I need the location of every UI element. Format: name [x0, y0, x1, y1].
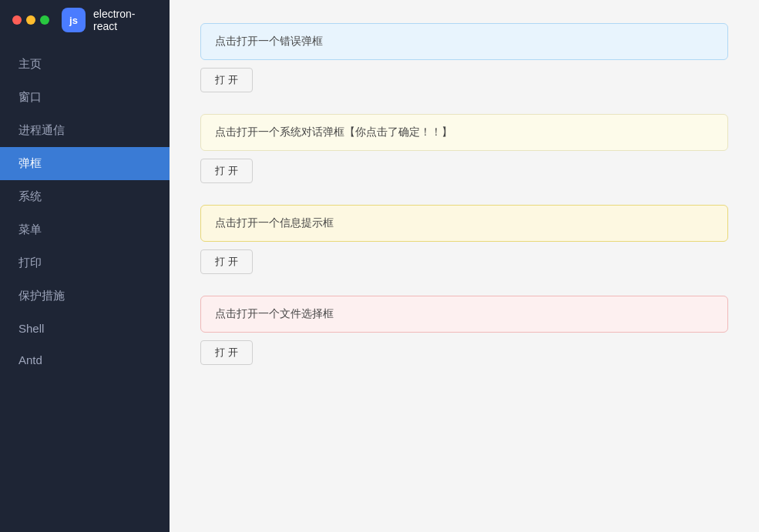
close-button[interactable] [12, 15, 22, 25]
sidebar-item-shell[interactable]: Shell [0, 313, 170, 344]
sidebar-item-system[interactable]: 系统 [0, 180, 170, 213]
file-dialog-display: 点击打开一个文件选择框 [200, 296, 728, 333]
traffic-lights [12, 15, 49, 25]
app-icon: js [62, 8, 86, 32]
error-dialog-section: 点击打开一个错误弹框 打 开 [200, 23, 728, 99]
sidebar-item-menu[interactable]: 菜单 [0, 213, 170, 246]
sidebar-item-home[interactable]: 主页 [0, 48, 170, 81]
sidebar-item-security[interactable]: 保护措施 [0, 279, 170, 313]
sidebar-item-window[interactable]: 窗口 [0, 81, 170, 114]
nav-list: 主页 窗口 进程通信 弹框 系统 菜单 打印 保护措施 Shell Antd [0, 40, 170, 532]
error-dialog-display: 点击打开一个错误弹框 [200, 23, 728, 60]
error-dialog-open-button[interactable]: 打 开 [200, 68, 253, 92]
main-content: 点击打开一个错误弹框 打 开 点击打开一个系统对话弹框【你点击了确定！！】 打 … [170, 0, 759, 532]
file-dialog-section: 点击打开一个文件选择框 打 开 [200, 296, 728, 371]
system-dialog-section: 点击打开一个系统对话弹框【你点击了确定！！】 打 开 [200, 114, 728, 189]
sidebar-item-print[interactable]: 打印 [0, 246, 170, 279]
sidebar: js electron-react 主页 窗口 进程通信 弹框 系统 菜单 打印… [0, 0, 170, 532]
maximize-button[interactable] [40, 15, 49, 25]
sidebar-item-ipc[interactable]: 进程通信 [0, 114, 170, 147]
sidebar-item-antd[interactable]: Antd [0, 344, 170, 376]
info-dialog-open-button[interactable]: 打 开 [200, 249, 253, 274]
info-dialog-display: 点击打开一个信息提示框 [200, 205, 728, 242]
info-dialog-section: 点击打开一个信息提示框 打 开 [200, 205, 728, 280]
system-dialog-open-button[interactable]: 打 开 [200, 159, 253, 183]
sidebar-item-dialog[interactable]: 弹框 [0, 147, 170, 180]
system-dialog-display: 点击打开一个系统对话弹框【你点击了确定！！】 [200, 114, 728, 151]
minimize-button[interactable] [26, 15, 35, 25]
file-dialog-open-button[interactable]: 打 开 [200, 340, 253, 365]
titlebar: js electron-react [0, 0, 170, 40]
app-title: electron-react [93, 8, 157, 32]
